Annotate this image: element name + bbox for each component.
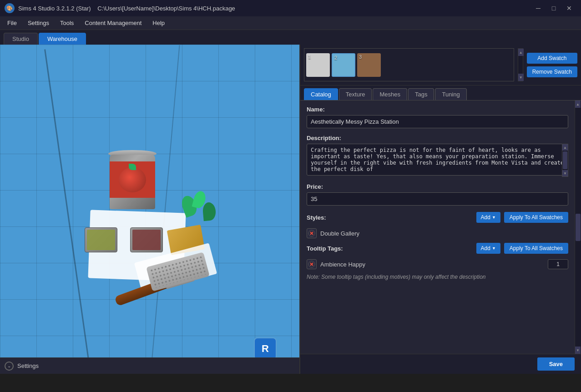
- swatch-num-2: 2: [334, 55, 337, 60]
- title-bar: 🎨 Sims 4 Studio 3.2.1.2 (Star) C:\Users\…: [0, 0, 581, 16]
- add-tooltip-button[interactable]: Add ▼: [476, 243, 500, 254]
- menu-item-file[interactable]: File: [3, 18, 21, 28]
- description-group: Description: Crafting the perfect pizza …: [307, 135, 568, 177]
- save-button[interactable]: Save: [537, 357, 575, 371]
- price-input[interactable]: [307, 192, 568, 206]
- name-input[interactable]: [307, 115, 568, 128]
- style-name: Double Gallery: [320, 230, 568, 237]
- x-circle-icon-tooltip: [308, 261, 315, 268]
- form-scrollbar: ▲ ▼: [575, 101, 581, 354]
- tooltip-tag-value[interactable]: [548, 259, 568, 269]
- form-area: Name: Description: Crafting the perfect …: [300, 101, 575, 354]
- title-text: Sims 4 Studio 3.2.1.2 (Star) C:\Users\[U…: [18, 5, 527, 12]
- tab-catalog[interactable]: Catalog: [304, 88, 338, 100]
- viewport-objects: [48, 123, 221, 296]
- tab-texture[interactable]: Texture: [339, 88, 372, 100]
- window-controls: ─ □ ✕: [531, 3, 576, 13]
- tooltip-tag-item-ambience: Ambience Happy: [307, 258, 568, 270]
- name-label: Name:: [307, 106, 568, 113]
- can-label: [110, 161, 155, 198]
- add-tooltip-arrow: ▼: [492, 246, 496, 251]
- apply-all-styles-button[interactable]: Apply To All Swatches: [504, 212, 568, 223]
- ingredient-fill-red: [132, 230, 161, 250]
- swatch-num-3: 3: [359, 54, 362, 60]
- swatch-buttons: Add Swatch Remove Swatch: [527, 48, 577, 81]
- tab-tuning[interactable]: Tuning: [435, 88, 466, 100]
- style-item-double-gallery: Double Gallery: [307, 227, 568, 239]
- add-style-arrow: ▼: [492, 215, 496, 220]
- right-panel: 1 2 3 ▲ ▼ Add Swatch Remove Swatch Catal…: [300, 45, 581, 374]
- viewport-bottom-bar: ⌄ Settings: [0, 357, 299, 374]
- add-style-button[interactable]: Add ▼: [476, 212, 500, 223]
- desc-scroll-thumb: [563, 151, 567, 169]
- tooltip-tags-row: Tooltip Tags: Add ▼ Apply To All Swatche…: [307, 243, 568, 254]
- swatch-scroll-down[interactable]: ▼: [518, 74, 524, 81]
- swatch-num-1: 1: [308, 54, 311, 60]
- swatch-2[interactable]: 2: [332, 53, 355, 77]
- description-label: Description:: [307, 135, 568, 141]
- swatch-1[interactable]: 1: [306, 53, 330, 77]
- app-icon: 🎨: [5, 3, 15, 13]
- form-scroll-down[interactable]: ▼: [575, 347, 581, 354]
- form-scroll-thumb: [576, 214, 581, 241]
- r-badge: R: [254, 337, 277, 360]
- menu-item-settings[interactable]: Settings: [23, 18, 54, 28]
- name-group: Name:: [307, 106, 568, 128]
- price-group: Price:: [307, 183, 568, 206]
- swatches-container: 1 2 3: [304, 48, 514, 81]
- can-body: [110, 155, 155, 209]
- ingredient-box-right: [130, 227, 163, 252]
- viewport: R ⌄ Settings: [0, 45, 300, 374]
- swatch-scroll: ▲ ▼: [518, 48, 523, 81]
- apply-all-tooltip-button[interactable]: Apply To All Swatches: [504, 243, 568, 254]
- close-button[interactable]: ✕: [562, 3, 576, 13]
- remove-style-button[interactable]: [307, 228, 317, 238]
- swatches-area: 1 2 3 ▲ ▼ Add Swatch Remove Swatch: [300, 45, 581, 85]
- menu-item-help[interactable]: Help: [148, 18, 169, 28]
- desc-scrollbar: ▲ ▼: [562, 144, 568, 177]
- settings-chevron[interactable]: ⌄: [5, 362, 14, 371]
- form-scrollable: Name: Description: Crafting the perfect …: [300, 101, 581, 354]
- swatch-3[interactable]: 3: [357, 53, 381, 77]
- settings-label: Settings: [17, 362, 39, 369]
- tooltip-tag-name: Ambience Happy: [320, 261, 544, 268]
- maximize-button[interactable]: □: [546, 3, 561, 13]
- main-tabs-bar: Studio Warehouse: [0, 30, 581, 45]
- remove-swatch-button[interactable]: Remove Swatch: [527, 66, 577, 77]
- swatch-scroll-up[interactable]: ▲: [518, 49, 524, 56]
- tooltip-note: Note: Some tooltip tags (including motiv…: [307, 274, 568, 280]
- price-label: Price:: [307, 183, 568, 190]
- description-input[interactable]: Crafting the perfect pizza is not for th…: [307, 144, 568, 176]
- menu-item-content-management[interactable]: Content Management: [80, 18, 146, 28]
- minimize-button[interactable]: ─: [531, 3, 546, 13]
- basil-leaf-3: [202, 202, 216, 221]
- main-content: R ⌄ Settings 1 2 3 ▲ ▼: [0, 45, 581, 374]
- tomato-can: [107, 150, 157, 214]
- x-circle-icon: [308, 230, 315, 237]
- tab-warehouse[interactable]: Warehouse: [39, 33, 86, 45]
- add-swatch-button[interactable]: Add Swatch: [527, 53, 577, 64]
- tab-meshes[interactable]: Meshes: [373, 88, 407, 100]
- remove-tooltip-button[interactable]: [307, 259, 317, 269]
- form-scroll-up[interactable]: ▲: [575, 101, 581, 108]
- tab-studio[interactable]: Studio: [4, 33, 38, 45]
- tooltip-tags-label: Tooltip Tags:: [307, 245, 361, 252]
- styles-label: Styles:: [307, 214, 361, 221]
- catalog-tabs-bar: Catalog Texture Meshes Tags Tuning: [300, 85, 581, 101]
- desc-scroll-up[interactable]: ▲: [562, 144, 568, 151]
- desc-scroll-down[interactable]: ▼: [562, 170, 568, 176]
- tab-tags[interactable]: Tags: [408, 88, 434, 100]
- menu-bar: FileSettingsToolsContent ManagementHelp: [0, 16, 581, 30]
- ingredient-fill-green: [87, 230, 115, 250]
- tooltip-tags-section: Tooltip Tags: Add ▼ Apply To All Swatche…: [307, 243, 568, 280]
- bottom-bar: Save: [300, 354, 581, 374]
- menu-item-tools[interactable]: Tools: [56, 18, 78, 28]
- ingredient-box-left: [85, 227, 117, 252]
- can-tomato: [119, 167, 146, 192]
- styles-row: Styles: Add ▼ Apply To All Swatches: [307, 212, 568, 223]
